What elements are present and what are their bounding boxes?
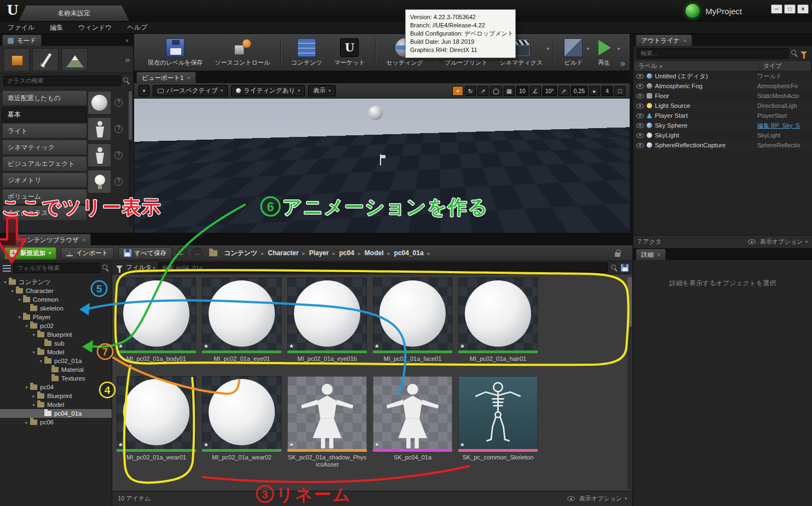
- outliner-row[interactable]: Atmospheric Fog AtmosphericFo: [634, 81, 812, 91]
- filter-funnel-icon[interactable]: [801, 51, 807, 55]
- asset-tile[interactable]: * SK_pc_common_Skeleton: [458, 376, 538, 468]
- folder-tree-item[interactable]: sub: [0, 339, 112, 348]
- menu-item[interactable]: ウィンドウ: [78, 23, 112, 32]
- asset-tile[interactable]: * MI_pc02_01a_body01: [117, 278, 196, 370]
- help-icon[interactable]: [114, 151, 123, 159]
- camera-speed-icon[interactable]: ▸: [589, 86, 600, 96]
- asset-tile[interactable]: * MI_pc02_01a_hair01: [458, 278, 538, 370]
- grid-snap-icon[interactable]: ▦: [504, 86, 515, 96]
- outliner-row[interactable]: Light Source DirectionalLigh: [634, 101, 812, 111]
- visibility-eye-icon[interactable]: [636, 143, 644, 148]
- pawn-thumb[interactable]: [88, 143, 111, 167]
- minimize-button[interactable]: [771, 4, 782, 14]
- folder-tree-item[interactable]: ▸ pc06: [0, 418, 112, 427]
- expand-arrow-icon[interactable]: ▾: [31, 332, 37, 337]
- rotation-snap-value[interactable]: 10°: [543, 86, 557, 96]
- toolbar-button[interactable]: ソースコントロール: [209, 38, 276, 67]
- folder-tree-item[interactable]: ▾ pc02_01a: [0, 357, 112, 365]
- asset-tile[interactable]: * MI_pc02_01a_wear01: [117, 376, 196, 468]
- visibility-eye-icon[interactable]: [636, 133, 644, 138]
- character-thumb[interactable]: [88, 117, 111, 141]
- tab-content-browser[interactable]: コンテンツブラウザ: [15, 234, 91, 245]
- visibility-eye-icon[interactable]: [636, 94, 644, 99]
- folder-tree-item[interactable]: ▾ Character: [0, 286, 112, 295]
- expand-arrow-icon[interactable]: ▾: [16, 297, 22, 302]
- tab-modes[interactable]: モード: [2, 34, 42, 46]
- caret-down-icon[interactable]: ▾: [618, 46, 620, 51]
- expand-arrow-icon[interactable]: ▾: [2, 280, 8, 285]
- toolbar-button[interactable]: マーケット: [328, 38, 371, 67]
- paint-mode-button[interactable]: [32, 48, 59, 71]
- folder-tree-item[interactable]: ▾ pc02: [0, 321, 112, 330]
- content-browser-close-icon[interactable]: [82, 237, 85, 243]
- maximize-button[interactable]: [784, 4, 796, 14]
- expand-arrow-icon[interactable]: ▾: [16, 315, 22, 320]
- help-icon[interactable]: [114, 125, 123, 133]
- expand-arrow-icon[interactable]: ▾: [9, 289, 15, 294]
- translate-tool-button[interactable]: +: [452, 86, 463, 96]
- placement-category[interactable]: ビジュアルエフェクト: [2, 156, 87, 171]
- outliner-row[interactable]: SkyLight SkyLight: [634, 130, 812, 140]
- expand-arrow-icon[interactable]: ▾: [31, 403, 37, 407]
- toolbar-button[interactable]: ▾ ビルド: [553, 38, 589, 67]
- outliner-close-icon[interactable]: [683, 37, 687, 44]
- close-button[interactable]: [797, 4, 809, 14]
- filters-button[interactable]: フィルタ: [126, 263, 155, 272]
- outliner-search-input[interactable]: [637, 48, 788, 59]
- placement-category[interactable]: ジオメトリ: [2, 173, 87, 188]
- placement-category[interactable]: 全てのクラス: [2, 205, 87, 221]
- nav-forward-button[interactable]: [192, 248, 203, 258]
- visibility-eye-icon[interactable]: [636, 123, 644, 128]
- show-button[interactable]: 表示: [308, 85, 336, 96]
- folder-tree-item[interactable]: ▾ pc04: [0, 383, 112, 392]
- point-light-thumb[interactable]: [88, 170, 111, 193]
- visibility-eye-icon[interactable]: [636, 74, 644, 79]
- expand-arrow-icon[interactable]: ▾: [24, 385, 30, 390]
- modes-close-icon[interactable]: [125, 37, 129, 44]
- toolbar-button[interactable]: ▾ 再生: [589, 38, 619, 67]
- expand-arrow-icon[interactable]: ▸: [24, 420, 30, 425]
- expand-arrow-icon[interactable]: ▸: [31, 394, 37, 399]
- maximize-viewport-button[interactable]: □: [614, 86, 625, 96]
- viewport-close-icon[interactable]: [187, 74, 190, 81]
- scale-snap-value[interactable]: 0.25: [571, 86, 588, 96]
- viewport-options-button[interactable]: ▾: [139, 85, 149, 96]
- outliner-row[interactable]: Untitled (エディタ) ワールド: [634, 71, 812, 81]
- nav-back-button[interactable]: [176, 248, 187, 258]
- add-new-button[interactable]: 新規追加: [4, 247, 56, 260]
- rotation-snap-icon[interactable]: ∠: [530, 86, 541, 96]
- expand-arrow-icon[interactable]: ▾: [31, 350, 37, 355]
- breadcrumb-item[interactable]: Character: [268, 249, 309, 257]
- perspective-button[interactable]: パースペクティブ: [153, 85, 228, 96]
- outliner-view-options[interactable]: 表示オプション: [746, 238, 808, 246]
- folder-tree-item[interactable]: ▾ Blueprint: [0, 330, 112, 339]
- asset-scrollbar[interactable]: [627, 275, 632, 490]
- toolbar-button[interactable]: 現在のレベルを保存: [142, 38, 209, 67]
- asset-tile[interactable]: * MI_pc02_01a_face01: [373, 278, 452, 370]
- placement-category[interactable]: 最近配置したもの: [2, 90, 87, 106]
- sphere-actor[interactable]: [368, 106, 383, 120]
- placement-category[interactable]: ボリューム: [2, 189, 87, 204]
- toolbar-overflow-chevron[interactable]: »: [620, 59, 625, 68]
- label-column-header[interactable]: ラベル: [634, 61, 759, 71]
- asset-tile[interactable]: * MI_pc02_01a_eye01: [202, 278, 281, 370]
- player-start-actor[interactable]: [377, 154, 384, 168]
- visibility-eye-icon[interactable]: [636, 113, 644, 118]
- save-all-button[interactable]: すべて保存: [118, 247, 172, 260]
- grid-snap-value[interactable]: 10: [516, 86, 528, 96]
- expand-arrow-icon[interactable]: ▾: [38, 359, 44, 364]
- type-column-header[interactable]: タイプ: [759, 61, 811, 71]
- expand-arrow-icon[interactable]: ▾: [24, 324, 30, 329]
- class-search-input[interactable]: [3, 76, 121, 86]
- caret-down-icon[interactable]: ▾: [547, 46, 550, 51]
- world-local-toggle[interactable]: ◯: [490, 86, 502, 96]
- menu-item[interactable]: 編集: [50, 23, 63, 32]
- save-search-icon[interactable]: [621, 264, 629, 272]
- camera-speed-value[interactable]: 4: [602, 86, 613, 96]
- folder-tree-item[interactable]: skeleton: [0, 304, 112, 313]
- rotate-tool-button[interactable]: ↻: [465, 86, 476, 96]
- visibility-eye-icon[interactable]: [636, 84, 644, 89]
- folder-tree-item[interactable]: Textures: [0, 374, 112, 383]
- folder-tree-item[interactable]: pc04_01a: [0, 409, 112, 418]
- asset-search-input[interactable]: [158, 262, 608, 273]
